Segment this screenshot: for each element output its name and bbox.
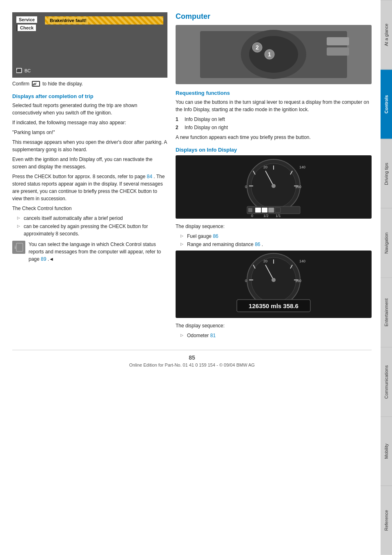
sidebar-tab-at-a-glance[interactable]: At a glance	[381, 0, 392, 69]
check-label: Check	[16, 25, 36, 31]
svg-rect-31	[248, 208, 252, 212]
display-bullet-1: Fuel gauge 86	[180, 233, 372, 240]
svg-point-52	[272, 278, 276, 282]
confirm-icon: ↵	[32, 81, 40, 87]
service-image: Service Check Brake/drive fault! BC	[12, 12, 167, 78]
svg-rect-32	[255, 208, 261, 213]
main-content: Service Check Brake/drive fault! BC Conf…	[0, 0, 380, 376]
link-84[interactable]: 84	[147, 174, 152, 179]
speedo-svg-1: 20 140 0 160 0	[176, 155, 372, 219]
bullet-item-2: can be canceled by again pressing the CH…	[17, 223, 167, 237]
display-seq-label-2: The display sequence:	[176, 322, 372, 329]
svg-rect-35	[275, 208, 281, 213]
displays-heading: Displays on Info Display	[176, 147, 372, 153]
link-odo-81[interactable]: 81	[210, 333, 216, 338]
bc-label: BC	[16, 68, 31, 74]
link-89[interactable]: 89	[41, 256, 46, 262]
svg-text:0: 0	[245, 279, 247, 283]
svg-point-29	[272, 184, 276, 188]
num-item-2: 2 Info Display on right	[176, 124, 372, 131]
bc-icon	[16, 68, 23, 74]
speedo-image-1: 20 140 0 160 0	[176, 155, 372, 219]
link-fuel-86[interactable]: 86	[213, 233, 218, 239]
svg-rect-2	[16, 69, 17, 70]
bc-text: BC	[24, 68, 31, 73]
display-bullet-2: Range and remaining distance 86 .	[180, 241, 372, 248]
computer-heading: Computer	[176, 12, 372, 21]
gear-svg: 2 1	[176, 25, 372, 84]
edition-text: Online Edition for Part-No. 01 41 0 159 …	[12, 363, 372, 367]
display-bullet-list-1: Fuel gauge 86 Range and remaining distan…	[176, 233, 372, 248]
requesting-para: You can use the buttons in the turn sign…	[176, 98, 372, 113]
svg-text:140: 140	[299, 259, 305, 263]
sidebar-tab-navigation[interactable]: Navigation	[381, 208, 392, 278]
sidebar-tab-entertainment[interactable]: Entertainment	[381, 278, 392, 347]
gear-image: 2 1	[176, 25, 372, 84]
svg-text:160: 160	[295, 185, 301, 189]
section1-para1: Selected fault reports generated during …	[12, 102, 167, 116]
section1-para4: Even with the ignition and Info Display …	[12, 156, 167, 170]
confirm-suffix: to hide the display.	[42, 81, 83, 87]
svg-text:20: 20	[263, 165, 267, 169]
svg-text:140: 140	[299, 165, 305, 169]
speedo-svg-2: 20 140 0 160 126350 mls 358.6	[176, 251, 372, 318]
svg-rect-14	[327, 37, 349, 45]
sidebar-tab-reference[interactable]: Reference	[381, 486, 392, 555]
note-icon: i	[12, 241, 25, 254]
svg-text:160: 160	[295, 279, 301, 283]
note-text: You can select the language in which Che…	[29, 241, 167, 263]
sidebar-tab-communications[interactable]: Communications	[381, 347, 392, 416]
sidebar-tab-mobility[interactable]: Mobility	[381, 416, 392, 486]
svg-text:2: 2	[256, 44, 259, 51]
num-list: 1 Info Display on left 2 Info Display on…	[176, 116, 372, 131]
speedo-image-2: 20 140 0 160 126350 mls 358.6	[176, 251, 372, 318]
display-bullet-list-2: Odometer 81	[176, 332, 372, 339]
svg-rect-1	[17, 69, 21, 72]
fault-box: Brake/drive fault!	[45, 16, 163, 25]
svg-text:20: 20	[263, 259, 267, 263]
section1-para5: Press the CHECK button for approx. 8 sec…	[12, 173, 167, 202]
note-img-icon: i	[13, 242, 24, 253]
section1-quote: "Parking lamps on!"	[12, 129, 167, 136]
sidebar-tab-driving-tips[interactable]: Driving tips	[381, 139, 392, 208]
two-column-layout: Service Check Brake/drive fault! BC Conf…	[12, 12, 372, 342]
bullet-list: cancels itself automatically after a bri…	[12, 215, 167, 237]
sidebar-tab-controls[interactable]: Controls	[381, 69, 392, 139]
link-range-86[interactable]: 86	[255, 242, 260, 247]
svg-text:0: 0	[251, 214, 253, 218]
confirm-line: Confirm ↵ to hide the display.	[12, 81, 167, 87]
svg-text:1/2: 1/2	[263, 214, 269, 218]
section1-para2: If indicated, the following message may …	[12, 119, 167, 126]
page-footer: 85 Online Edition for Part-No. 01 41 0 1…	[12, 350, 372, 367]
svg-rect-34	[268, 208, 274, 213]
num-item-1: 1 Info Display on left	[176, 116, 372, 123]
section1-heading: Displays after completion of trip	[12, 93, 167, 99]
svg-text:126350 mls 358.6: 126350 mls 358.6	[249, 302, 298, 309]
svg-text:1: 1	[268, 51, 271, 58]
page-number: 85	[12, 354, 372, 361]
right-column: Computer 2 1	[176, 12, 372, 342]
svg-text:i: i	[15, 245, 16, 250]
svg-rect-33	[262, 208, 267, 213]
svg-text:1/1: 1/1	[276, 214, 281, 218]
section1-para3: This message appears when you open the d…	[12, 139, 167, 153]
svg-text:0: 0	[245, 185, 247, 189]
display-bullet-odo: Odometer 81	[180, 332, 372, 339]
display-seq-label-1: The display sequence:	[176, 223, 372, 230]
fault-label: Brake/drive fault!	[48, 17, 88, 24]
note-box: i You can select the language in which C…	[12, 241, 167, 263]
left-column: Service Check Brake/drive fault! BC Conf…	[12, 12, 167, 342]
requesting-heading: Requesting functions	[176, 90, 372, 96]
confirm-text: Confirm	[12, 81, 29, 87]
section1-para6: The Check Control function	[12, 205, 167, 212]
bullet-item-1: cancels itself automatically after a bri…	[17, 215, 167, 222]
sidebar-tabs: At a glance Controls Driving tips Naviga…	[381, 0, 392, 555]
service-label: Service	[16, 16, 37, 23]
num-suffix: A new function appears each time you bri…	[176, 134, 372, 141]
svg-rect-15	[327, 47, 349, 56]
